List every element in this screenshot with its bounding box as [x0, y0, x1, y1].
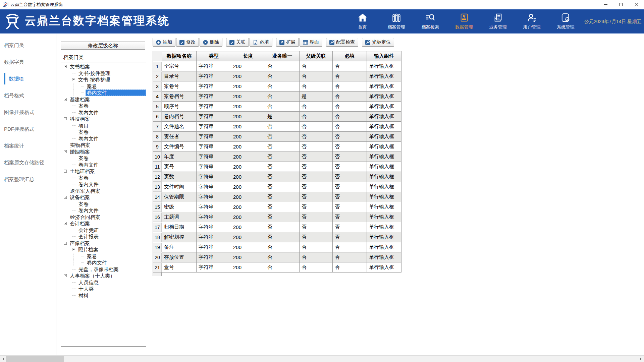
collapse-toggle-icon[interactable]: [64, 170, 67, 173]
tree-node[interactable]: 卷内文件: [63, 89, 146, 96]
table-row[interactable]: 11页号字符串200否否否单行输入框: [153, 162, 401, 172]
row-number-cell[interactable]: 11: [153, 162, 162, 172]
table-row[interactable]: 14保管期限字符串200否否否单行输入框: [153, 192, 401, 202]
nav-item-business[interactable]: 业务管理: [481, 9, 515, 34]
sidebar-item-8[interactable]: 档案原文存储路径: [0, 154, 56, 171]
tree-node[interactable]: 人员信息: [63, 279, 146, 286]
tree-node[interactable]: 文书档案: [63, 63, 146, 70]
table-row[interactable]: 15密级字符串200否否否单行输入框: [153, 202, 401, 212]
tree-node[interactable]: 人事档案（十大类）: [63, 273, 146, 279]
nav-item-home[interactable]: 首页: [345, 9, 379, 34]
tree-node[interactable]: 设备档案: [63, 194, 146, 201]
table-row[interactable]: 3案卷号字符串200否否否单行输入框: [153, 81, 401, 92]
row-number-cell[interactable]: 8: [153, 132, 162, 142]
sidebar-item-6[interactable]: PDF挂接格式: [0, 121, 56, 137]
row-number-cell[interactable]: 13: [153, 182, 162, 192]
tree-node[interactable]: 声像档案: [63, 240, 146, 247]
table-row[interactable]: 10年度字符串200否否否单行输入框: [153, 152, 401, 162]
tree-node[interactable]: 卷内文件: [63, 259, 146, 266]
minimize-button[interactable]: [598, 0, 613, 9]
tree-node[interactable]: 经济合同档案: [63, 214, 146, 221]
add-button[interactable]: 添加: [153, 38, 175, 47]
table-row[interactable]: 7文件题名字符串200否否否单行输入框: [153, 122, 401, 132]
tree-node[interactable]: 会计报表: [63, 233, 146, 240]
tree-node[interactable]: 卷内文件: [63, 135, 146, 142]
table-row[interactable]: 4案卷档号字符串200否是否单行输入框: [153, 92, 401, 102]
row-number-cell[interactable]: 19: [153, 242, 162, 252]
required-button[interactable]: 必填: [250, 38, 272, 47]
tree-node[interactable]: 十大类: [63, 286, 146, 292]
row-number-cell[interactable]: 3: [153, 81, 162, 92]
table-row[interactable]: 2目录号字符串200否否否单行输入框: [153, 71, 401, 81]
close-button[interactable]: [629, 0, 644, 9]
scroll-right-arrow[interactable]: [638, 356, 644, 362]
sidebar-item-7[interactable]: 档案统计: [0, 137, 56, 154]
table-row[interactable]: 6卷内档号字符串200是否否单行输入框: [153, 112, 401, 122]
row-number-cell[interactable]: 15: [153, 202, 162, 212]
tree-node[interactable]: 案卷: [63, 201, 146, 207]
collapse-toggle-icon[interactable]: [72, 78, 75, 81]
nav-item-archive[interactable]: 档案管理: [379, 9, 413, 34]
tree-node[interactable]: 项目: [63, 122, 146, 129]
row-number-cell[interactable]: 21: [153, 262, 162, 273]
row-number-cell[interactable]: 10: [153, 152, 162, 162]
row-number-cell[interactable]: 17: [153, 222, 162, 232]
table-row[interactable]: 19备注字符串200否否否单行输入框: [153, 242, 401, 252]
row-number-cell[interactable]: 2: [153, 71, 162, 81]
ui-button[interactable]: 界面: [300, 38, 322, 47]
nav-item-user[interactable]: 用户管理: [515, 9, 549, 34]
table-row[interactable]: 1全宗号字符串200否否否单行输入框: [153, 61, 401, 71]
config-check-button[interactable]: 配置检查: [326, 38, 358, 47]
tree-node[interactable]: 会计凭证: [63, 227, 146, 234]
tree-node[interactable]: 卷内文件: [63, 109, 146, 116]
collapse-toggle-icon[interactable]: [64, 196, 67, 199]
collapse-toggle-icon[interactable]: [64, 274, 67, 277]
table-row[interactable]: 16主题词字符串200否否否单行输入框: [153, 212, 401, 222]
row-number-cell[interactable]: 5: [153, 102, 162, 112]
nav-item-search[interactable]: 档案检索: [413, 9, 447, 34]
tree-node[interactable]: 案卷: [63, 155, 146, 162]
sidebar-item-5[interactable]: 图像挂接格式: [0, 104, 56, 121]
sidebar-item-2[interactable]: 数据字典: [0, 54, 56, 70]
row-number-cell[interactable]: 4: [153, 92, 162, 102]
tree-node[interactable]: 婚姻档案: [63, 148, 146, 155]
row-number-cell[interactable]: 6: [153, 112, 162, 122]
row-number-cell[interactable]: 20: [153, 252, 162, 262]
edit-button[interactable]: 修改: [176, 38, 199, 47]
tree-node[interactable]: 卷内文件: [63, 207, 146, 214]
sidebar-item-1[interactable]: 档案门类: [0, 37, 56, 54]
horizontal-scrollbar[interactable]: [0, 355, 644, 362]
nav-item-system[interactable]: 系统管理: [549, 9, 583, 34]
tree-node[interactable]: 实物档案: [63, 142, 146, 148]
sidebar-item-3[interactable]: 数据项: [0, 70, 56, 87]
tree-node[interactable]: 退伍军人档案: [63, 188, 146, 194]
cursor-locate-button[interactable]: 光标定位: [362, 38, 394, 47]
row-number-cell[interactable]: 14: [153, 192, 162, 202]
tree-node[interactable]: 卷内文件: [63, 162, 146, 168]
table-row[interactable]: 18解密划控字符串200否否否单行输入框: [153, 232, 401, 242]
table-row[interactable]: 17归档日期字符串200否否否单行输入框: [153, 222, 401, 232]
row-number-cell[interactable]: 12: [153, 172, 162, 182]
nav-item-database[interactable]: 数据管理: [447, 9, 481, 34]
sidebar-item-4[interactable]: 档号格式: [0, 87, 56, 104]
table-row[interactable]: 21盒号字符串200否否否单行输入框: [153, 262, 401, 273]
tree-node[interactable]: 案卷: [63, 253, 146, 260]
tree-node[interactable]: 光盘，录像带档案: [63, 266, 146, 273]
tree-node[interactable]: 案卷: [63, 175, 146, 181]
tree-node[interactable]: 文书-按件整理: [63, 70, 146, 77]
row-number-cell[interactable]: 18: [153, 232, 162, 242]
expand-button[interactable]: 扩展: [276, 38, 299, 47]
table-row[interactable]: 12页数字符串200否否否单行输入框: [153, 172, 401, 182]
scroll-left-arrow[interactable]: [0, 356, 6, 362]
table-row[interactable]: 9文件编号字符串200否否否单行输入框: [153, 142, 401, 152]
row-number-cell[interactable]: 7: [153, 122, 162, 132]
tree-node[interactable]: 案卷: [63, 83, 146, 90]
row-number-cell[interactable]: 16: [153, 212, 162, 222]
collapse-toggle-icon[interactable]: [64, 222, 67, 225]
row-number-cell[interactable]: 1: [153, 61, 162, 71]
tree-node[interactable]: 基建档案: [63, 96, 146, 103]
collapse-toggle-icon[interactable]: [64, 98, 67, 101]
collapse-toggle-icon[interactable]: [64, 65, 67, 68]
collapse-toggle-icon[interactable]: [64, 117, 67, 120]
rename-level-button[interactable]: 修改层级名称: [61, 42, 145, 50]
